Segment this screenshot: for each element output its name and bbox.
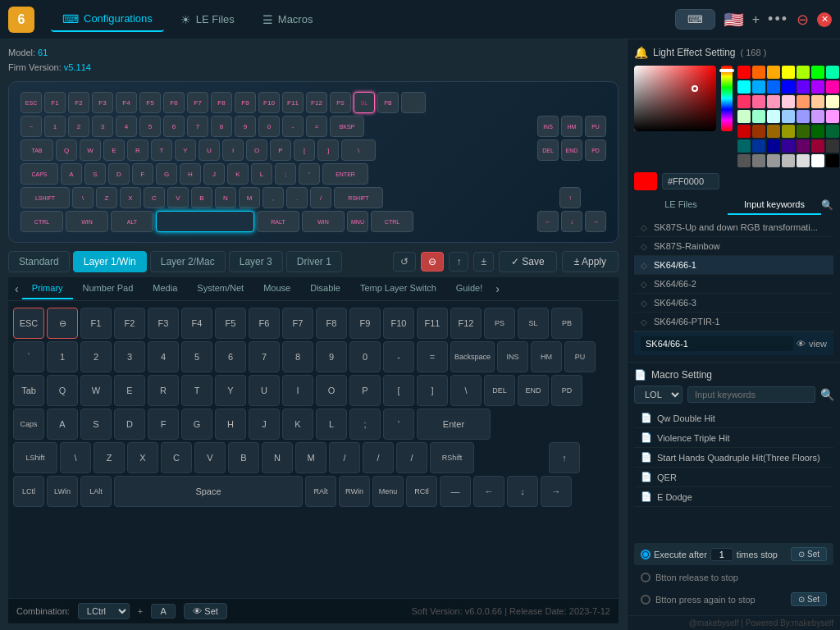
color-swatch[interactable] — [752, 66, 765, 79]
km-1[interactable]: 1 — [47, 341, 78, 372]
le-list-item[interactable]: ◇ SK87S-Up and down RGB transformati... — [634, 218, 833, 237]
color-swatch[interactable] — [826, 80, 839, 94]
press-radio[interactable] — [641, 595, 651, 605]
le-list-item[interactable]: ◇ SK64/66-1 — [634, 256, 833, 275]
color-swatch[interactable] — [767, 95, 780, 108]
km-pu[interactable]: PU — [564, 341, 596, 372]
km-a[interactable]: A — [47, 409, 78, 440]
km-backslash[interactable]: \ — [450, 375, 482, 406]
color-swatch[interactable] — [826, 139, 839, 153]
km-space[interactable]: Space — [114, 476, 303, 507]
km-g[interactable]: G — [181, 409, 212, 440]
km-y[interactable]: Y — [215, 375, 246, 406]
color-swatch[interactable] — [826, 125, 839, 138]
macro-list-item[interactable]: 📄 Qw Double Hit — [634, 409, 833, 428]
km-6[interactable]: 6 — [215, 341, 246, 372]
up-btn[interactable]: ↑ — [449, 252, 468, 272]
km-period[interactable]: / — [363, 442, 394, 473]
color-swatch[interactable] — [797, 139, 810, 153]
color-swatch[interactable] — [767, 110, 780, 123]
color-swatch[interactable] — [797, 110, 810, 123]
color-swatch[interactable] — [767, 125, 780, 138]
km-8[interactable]: 8 — [282, 341, 313, 372]
km-menu[interactable]: Menu — [372, 476, 404, 507]
km-enter[interactable]: Enter — [417, 409, 491, 440]
km-o[interactable]: O — [316, 375, 347, 406]
km-v[interactable]: V — [194, 442, 226, 473]
le-tab-files[interactable]: LE Files — [634, 195, 728, 215]
color-swatch[interactable] — [811, 80, 824, 94]
km-end[interactable]: END — [518, 375, 549, 406]
macro-list-item[interactable]: 📄 Violence Triple Hit — [634, 428, 833, 448]
km-tab[interactable]: Tab — [13, 375, 44, 406]
layer-tab-standard[interactable]: Standard — [8, 251, 70, 272]
km-rwin[interactable]: RWin — [339, 476, 370, 507]
view-btn[interactable]: 👁 view — [797, 339, 827, 349]
le-list-item[interactable]: ◇ SK64/66-3 — [634, 294, 833, 313]
km-f7[interactable]: F7 — [282, 308, 313, 339]
km-f8[interactable]: F8 — [316, 308, 347, 339]
keymap-scroll-left[interactable]: ‹ — [11, 277, 22, 300]
color-swatch[interactable] — [811, 125, 824, 138]
layer-tab-layer1[interactable]: Layer 1/Win — [73, 251, 147, 272]
km-k[interactable]: K — [282, 409, 313, 440]
km-e[interactable]: E — [114, 375, 145, 406]
km-ps[interactable]: PS — [484, 308, 515, 339]
combination-select[interactable]: LCtrl LShift LAlt — [78, 603, 130, 619]
color-swatch[interactable] — [797, 80, 810, 94]
km-n[interactable]: N — [262, 442, 293, 473]
color-swatch[interactable] — [737, 95, 751, 108]
km-w[interactable]: W — [80, 375, 112, 406]
updown-btn[interactable]: ± — [473, 252, 494, 272]
km-ralt[interactable]: RAlt — [305, 476, 336, 507]
km-q[interactable]: Q — [47, 375, 78, 406]
color-swatch[interactable] — [767, 154, 780, 167]
keymap-tab-guide[interactable]: Guide! — [446, 278, 492, 299]
km-s[interactable]: S — [80, 409, 112, 440]
key-input[interactable] — [151, 604, 176, 619]
km-lwin[interactable]: LWin — [47, 476, 78, 507]
km-9[interactable]: 9 — [316, 341, 347, 372]
color-swatch[interactable] — [737, 110, 751, 123]
km-comma[interactable]: / — [329, 442, 360, 473]
le-list-item[interactable]: ◇ SK87S-Rainbow — [634, 237, 833, 256]
macro-filter-select[interactable]: LOL — [634, 386, 682, 404]
km-t[interactable]: T — [181, 375, 212, 406]
km-lctl[interactable]: LCtl — [13, 476, 44, 507]
layer-tab-layer3[interactable]: Layer 3 — [229, 251, 283, 272]
nav-tab-macros[interactable]: ☰ Macros — [251, 7, 325, 32]
color-swatch[interactable] — [752, 125, 765, 138]
km-f11[interactable]: F11 — [417, 308, 448, 339]
km-2[interactable]: 2 — [80, 341, 112, 372]
keyboard-device-btn[interactable]: ⌨ — [675, 9, 715, 30]
color-hex-input[interactable] — [662, 173, 719, 189]
km-l[interactable]: L — [316, 409, 347, 440]
color-swatch[interactable] — [782, 80, 795, 94]
km-down[interactable]: ↓ — [507, 476, 538, 507]
km-c[interactable]: C — [161, 442, 192, 473]
keymap-tab-templayer[interactable]: Temp Layer Switch — [350, 278, 446, 299]
color-swatch[interactable] — [797, 95, 810, 108]
km-r[interactable]: R — [148, 375, 179, 406]
macro-list-item[interactable]: 📄 E Dodge — [634, 487, 833, 507]
km-z[interactable]: Z — [94, 442, 125, 473]
color-swatch[interactable] — [782, 110, 795, 123]
color-swatch[interactable] — [752, 110, 765, 123]
km-grave[interactable]: ` — [13, 341, 44, 372]
reset-btn[interactable]: ↺ — [393, 252, 416, 272]
km-dash2[interactable]: — — [440, 476, 471, 507]
km-j[interactable]: J — [249, 409, 280, 440]
km-minus[interactable]: - — [383, 341, 414, 372]
km-0[interactable]: 0 — [349, 341, 381, 372]
le-search-icon[interactable]: 🔍 — [821, 199, 833, 211]
keymap-tab-numpad[interactable]: Number Pad — [73, 278, 144, 299]
km-pd[interactable]: PD — [551, 375, 582, 406]
le-tab-keywords[interactable]: Input keywords — [728, 195, 821, 215]
color-swatch[interactable] — [782, 139, 795, 153]
color-swatch[interactable] — [811, 66, 824, 79]
km-backspace[interactable]: Backspace — [450, 341, 495, 372]
km-right[interactable]: → — [541, 476, 572, 507]
km-f3[interactable]: F3 — [148, 308, 179, 339]
color-swatch[interactable] — [767, 80, 780, 94]
color-swatch[interactable] — [752, 139, 765, 153]
